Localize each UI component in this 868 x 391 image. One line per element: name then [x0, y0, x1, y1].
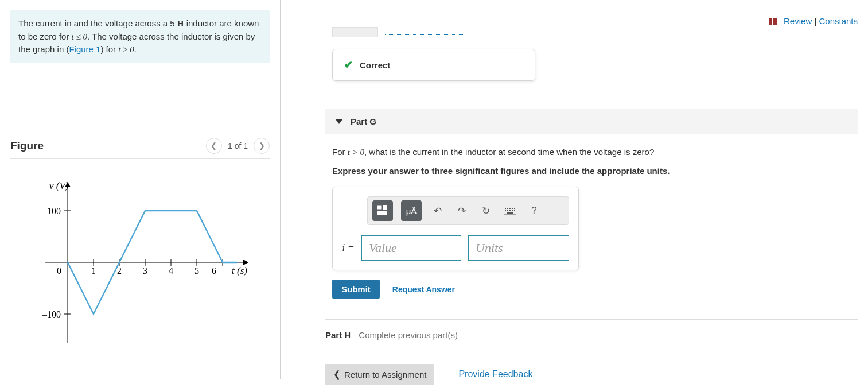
- svg-text:1: 1: [91, 266, 96, 276]
- keyboard-icon[interactable]: [502, 203, 518, 219]
- figure-heading: Figure: [10, 140, 44, 152]
- units-input[interactable]: [468, 235, 569, 261]
- provide-feedback-link[interactable]: Provide Feedback: [458, 369, 532, 380]
- undo-icon[interactable]: ↶: [430, 203, 446, 219]
- svg-rect-37: [512, 210, 513, 211]
- part-g-header[interactable]: Part G: [325, 109, 858, 134]
- svg-text:–100: –100: [42, 309, 61, 319]
- svg-rect-33: [514, 208, 515, 209]
- svg-text:3: 3: [143, 266, 147, 276]
- constants-link[interactable]: Constants: [819, 16, 858, 26]
- part-h-row: Part H Complete previous part(s): [325, 330, 858, 340]
- feedback-box: ✔ Correct: [332, 49, 535, 81]
- svg-rect-30: [507, 208, 508, 209]
- part-g-question: For t > 0, what is the current in the in…: [332, 146, 858, 159]
- svg-text:100: 100: [47, 206, 61, 216]
- units-icon[interactable]: μÅ: [401, 200, 422, 221]
- chevron-left-icon: ❮: [333, 369, 341, 380]
- prev-answers-stub: [332, 27, 858, 37]
- svg-rect-39: [507, 212, 513, 214]
- svg-text:5: 5: [194, 266, 199, 276]
- book-icon: [769, 17, 778, 27]
- correct-label: Correct: [360, 60, 390, 70]
- svg-marker-2: [243, 260, 248, 265]
- figure-pager-label: 1 of 1: [228, 141, 248, 150]
- request-answer-link[interactable]: Request Answer: [392, 285, 455, 294]
- part-h-status: Complete previous part(s): [359, 330, 458, 340]
- variable-label: i =: [342, 242, 355, 254]
- figure-link[interactable]: Figure 1: [69, 44, 100, 54]
- svg-rect-23: [769, 18, 772, 25]
- figure-pager: ❮ 1 of 1 ❯: [206, 138, 270, 154]
- svg-rect-38: [514, 210, 515, 211]
- top-links: Review | Constants: [298, 0, 858, 27]
- figure-chart: 0 1 2 3 4 5 6 100 –100 v (V) t (s): [28, 171, 270, 350]
- svg-rect-36: [509, 210, 511, 211]
- part-g-title: Part G: [351, 117, 376, 126]
- help-icon[interactable]: ?: [526, 203, 542, 219]
- return-button[interactable]: ❮ Return to Assignment: [325, 364, 434, 385]
- part-h-title: Part H: [325, 330, 351, 340]
- chevron-down-icon: [336, 119, 342, 124]
- unit-henry: H: [177, 19, 184, 28]
- svg-text:4: 4: [169, 266, 173, 276]
- templates-icon[interactable]: [372, 200, 393, 221]
- answer-toolbar: μÅ ↶ ↷ ↻ ?: [367, 196, 569, 225]
- svg-rect-34: [505, 210, 506, 211]
- value-input[interactable]: [361, 235, 461, 261]
- svg-rect-25: [377, 206, 381, 209]
- svg-rect-31: [509, 208, 511, 209]
- svg-text:2: 2: [117, 266, 122, 276]
- svg-rect-26: [383, 205, 387, 210]
- answer-box: μÅ ↶ ↷ ↻ ? i =: [332, 187, 579, 270]
- svg-text:0: 0: [57, 266, 61, 276]
- svg-rect-35: [507, 210, 508, 211]
- figure-prev-button[interactable]: ❮: [206, 138, 222, 154]
- redo-icon[interactable]: ↷: [454, 203, 470, 219]
- svg-rect-32: [512, 208, 513, 209]
- intro-text: The current in and the voltage across a …: [18, 18, 177, 28]
- problem-intro: The current in and the voltage across a …: [10, 10, 270, 63]
- svg-rect-24: [773, 18, 777, 25]
- svg-rect-27: [377, 211, 387, 215]
- svg-text:t (s): t (s): [232, 265, 247, 276]
- reset-icon[interactable]: ↻: [478, 203, 494, 219]
- figure-next-button[interactable]: ❯: [254, 138, 270, 154]
- part-g-instruction: Express your answer to three significant…: [332, 165, 858, 178]
- svg-text:v (V): v (V): [49, 180, 69, 191]
- submit-button[interactable]: Submit: [332, 280, 380, 299]
- check-icon: ✔: [344, 59, 353, 71]
- svg-rect-29: [505, 208, 506, 209]
- review-link[interactable]: Review: [784, 16, 812, 26]
- svg-text:6: 6: [212, 266, 216, 276]
